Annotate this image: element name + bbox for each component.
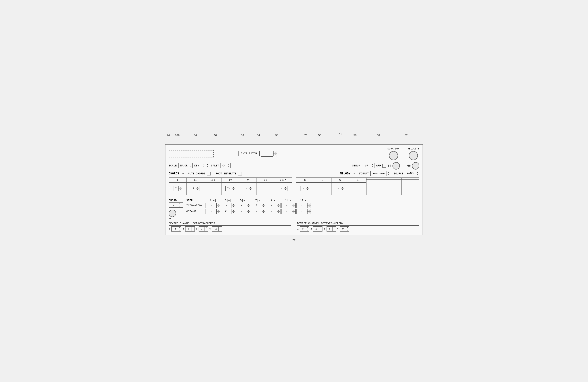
dc-chords-spinner-3[interactable]: -2▲▼ — [212, 226, 222, 232]
octave-spincol-0[interactable]: ▲▼ — [216, 209, 220, 214]
chord-cell-spinner-left-0[interactable]: I▲▼ — [173, 186, 182, 191]
chord-up-left-3[interactable]: ▲ — [232, 186, 235, 189]
intonation-spincol-0[interactable]: ▲▼ — [216, 203, 220, 208]
split-down[interactable]: ▼ — [227, 166, 230, 168]
intonation-spinner-3[interactable]: #▲▼ — [251, 203, 265, 208]
arp-checkbox[interactable] — [382, 164, 386, 168]
chord-cell-spinner-left-1[interactable]: I▲▼ — [191, 186, 199, 191]
chord-cell-spincol-left-0[interactable]: ▲▼ — [178, 186, 182, 191]
octave-spinner-4[interactable]: -▲▼ — [266, 209, 280, 214]
chord-cell-spincol-right-0[interactable]: ▲▼ — [306, 186, 309, 191]
velocity-knob[interactable] — [409, 151, 418, 160]
octave-spinner-0[interactable]: -▲▼ — [206, 209, 220, 214]
step-m-0[interactable]: M — [212, 199, 216, 202]
chord-cell-spinner-left-6[interactable]: -▲▼ — [279, 186, 287, 191]
scale-spinner[interactable]: MAJOR ▲ ▼ — [178, 163, 193, 168]
strum-spinner[interactable]: UP ▲ ▼ — [362, 163, 375, 168]
intonation-spincol-6[interactable]: ▲▼ — [307, 203, 311, 208]
step-m-4[interactable]: M — [273, 199, 276, 202]
knob-64[interactable] — [393, 162, 400, 170]
intonation-spincol-4[interactable]: ▲▼ — [277, 203, 280, 208]
intonation-spincol-5[interactable]: ▲▼ — [292, 203, 295, 208]
key-spinner[interactable]: C ▲ ▼ — [201, 163, 209, 168]
chord-cell-spinner-right-0[interactable]: -▲▼ — [301, 186, 309, 191]
mute-chords-checkbox[interactable] — [207, 172, 211, 175]
chord-up[interactable]: ▲ — [178, 203, 181, 205]
chord-cell-spinner-left-4[interactable]: -▲▼ — [244, 186, 252, 191]
intonation-spinner-4[interactable]: -▲▼ — [266, 203, 280, 208]
chord-down-left-4[interactable]: ▼ — [249, 189, 252, 191]
format-down[interactable]: ▼ — [387, 174, 390, 176]
octave-spinner-2[interactable]: -▲▼ — [236, 209, 250, 214]
octave-spinner-5[interactable]: -▲▼ — [281, 209, 296, 214]
octave-spincol-6[interactable]: ▲▼ — [307, 209, 311, 214]
chord-value-spinner[interactable]: V ▲ ▼ — [169, 202, 183, 208]
dc-chords-spinner-1[interactable]: 0▲▼ — [185, 226, 195, 232]
chord-down-right-0[interactable]: ▼ — [306, 189, 309, 191]
dc-chords-spinner-2[interactable]: 1▲▼ — [199, 226, 208, 232]
key-spinner-col[interactable]: ▲ ▼ — [206, 163, 209, 168]
strum-up[interactable]: ▲ — [371, 163, 374, 166]
key-up[interactable]: ▲ — [206, 163, 209, 166]
root-separate-checkbox[interactable] — [238, 172, 242, 175]
format-box[interactable]: CHORD TONES ▲ ▼ — [370, 171, 390, 176]
octave-spincol-5[interactable]: ▲▼ — [292, 209, 295, 214]
init-patch-down[interactable]: ▼ — [273, 154, 277, 156]
dc-melody-spincol-1[interactable]: ▲▼ — [319, 227, 322, 231]
intonation-spinner-0[interactable]: -▲▼ — [206, 203, 220, 208]
split-spinner[interactable]: C4 ▲ ▼ — [220, 163, 230, 168]
split-spinner-col[interactable]: ▲ ▼ — [227, 163, 230, 168]
knob-66[interactable] — [412, 162, 419, 170]
dc-melody-spincol-0[interactable]: ▲▼ — [306, 227, 309, 231]
octave-spincol-3[interactable]: ▲▼ — [262, 209, 265, 214]
source-up[interactable]: ▲ — [416, 171, 419, 174]
octave-spinner-6[interactable]: -▲▼ — [296, 209, 311, 214]
dc-chords-spincol-1[interactable]: ▲▼ — [191, 227, 194, 231]
dc-chords-spincol-3[interactable]: ▲▼ — [218, 227, 222, 231]
dc-melody-spincol-3[interactable]: ▲▼ — [346, 227, 349, 231]
dc-chords-spinner-0[interactable]: -1▲▼ — [171, 226, 181, 232]
source-spinner-col[interactable]: ▲ ▼ — [416, 171, 419, 176]
chord-up-left-0[interactable]: ▲ — [179, 186, 182, 189]
dc-melody-spincol-2[interactable]: ▲▼ — [333, 227, 336, 231]
octave-spincol-1[interactable]: ▲▼ — [231, 209, 235, 214]
chord-down-left-0[interactable]: ▼ — [179, 189, 182, 191]
dc-melody-spinner-2[interactable]: 0▲▼ — [327, 226, 336, 232]
strum-spinner-col[interactable]: ▲ ▼ — [371, 163, 374, 168]
chord-down-left-3[interactable]: ▼ — [232, 189, 235, 191]
chord-up-left-6[interactable]: ▲ — [284, 186, 287, 189]
source-spinner[interactable]: MATCH ▲ ▼ — [405, 171, 419, 176]
chord-down-left-1[interactable]: ▼ — [196, 189, 199, 191]
init-patch-up[interactable]: ▲ — [273, 151, 277, 154]
dc-melody-spinner-0[interactable]: 0▲▼ — [300, 226, 309, 232]
step-m-6[interactable]: M — [304, 199, 307, 202]
scale-up[interactable]: ▲ — [189, 163, 192, 166]
step-m-3[interactable]: M — [257, 199, 261, 202]
format-up[interactable]: ▲ — [387, 171, 390, 174]
step-circle[interactable] — [169, 210, 176, 217]
chord-cell-spincol-left-3[interactable]: ▲▼ — [232, 186, 235, 191]
init-patch-spinner-col[interactable]: ▲ ▼ — [273, 151, 277, 156]
intonation-spincol-3[interactable]: ▲▼ — [262, 203, 265, 208]
source-down[interactable]: ▼ — [416, 174, 419, 176]
key-down[interactable]: ▼ — [206, 166, 209, 168]
scale-down[interactable]: ▼ — [189, 166, 192, 168]
strum-down[interactable]: ▼ — [371, 166, 374, 168]
octave-spinner-1[interactable]: +1▲▼ — [221, 209, 235, 214]
chord-cell-spincol-left-1[interactable]: ▲▼ — [196, 186, 199, 191]
chord-up-right-0[interactable]: ▲ — [306, 186, 309, 189]
octave-spincol-2[interactable]: ▲▼ — [247, 209, 250, 214]
dc-melody-spinner-3[interactable]: 0▲▼ — [340, 226, 349, 232]
init-patch-button[interactable]: INIT PATCH — [238, 151, 260, 156]
step-m-1[interactable]: M — [227, 199, 231, 202]
chord-down-right-2[interactable]: ▼ — [341, 189, 344, 191]
chord-up-left-4[interactable]: ▲ — [249, 186, 252, 189]
octave-spinner-3[interactable]: -▲▼ — [251, 209, 265, 214]
duration-knob[interactable] — [389, 151, 398, 160]
intonation-spincol-1[interactable]: ▲▼ — [231, 203, 235, 208]
chord-cell-spincol-right-2[interactable]: ▲▼ — [341, 186, 344, 191]
intonation-spinner-6[interactable]: -▲▼ — [296, 203, 311, 208]
chord-spinner-col[interactable]: ▲ ▼ — [178, 203, 181, 207]
chord-down[interactable]: ▼ — [178, 205, 181, 207]
intonation-spinner-2[interactable]: -▲▼ — [236, 203, 250, 208]
